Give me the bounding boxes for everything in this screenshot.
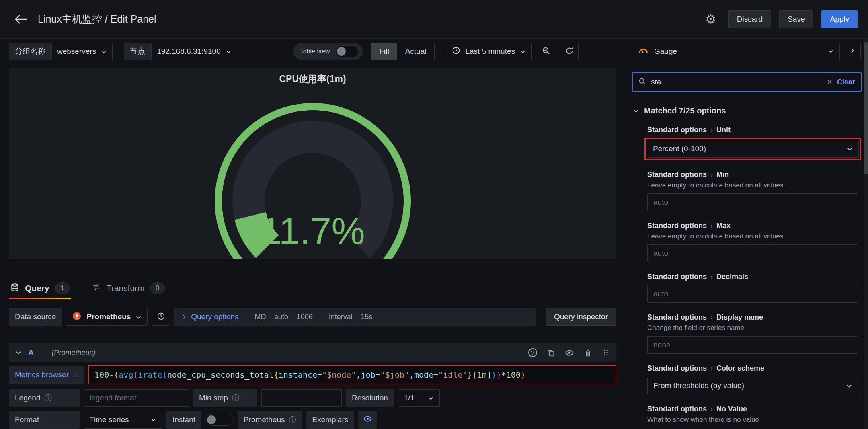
grafana-edit-panel: Linux主机监控 / Edit Panel ⚙ Discard Save Ap… (0, 0, 868, 429)
option-unit-select[interactable]: Percent (0-100) (647, 140, 859, 158)
node-variable-select[interactable]: 192.168.6.31:9100 (151, 43, 237, 60)
option-max-input[interactable]: auto (647, 244, 858, 262)
drag-handle-icon[interactable] (602, 349, 610, 357)
option-description: What to show when there is no value (647, 416, 858, 424)
chevron-down-icon (846, 383, 852, 389)
chevron-right-icon (181, 314, 187, 320)
toggle-knob (337, 47, 346, 56)
option-display-name-input[interactable]: none (647, 336, 858, 354)
info-icon: ⓘ (232, 393, 239, 403)
table-view-group: Table view (293, 43, 363, 60)
back-button[interactable] (12, 10, 30, 28)
option-color-scheme-select[interactable]: From thresholds (by value) (647, 377, 858, 394)
format-select[interactable]: Time series (84, 411, 162, 429)
search-icon (638, 78, 646, 87)
delete-query-icon[interactable] (584, 349, 592, 357)
table-view-label: Table view (300, 48, 330, 55)
duplicate-query-icon[interactable] (547, 349, 555, 357)
exemplars-toggle[interactable] (358, 411, 377, 429)
hide-query-icon[interactable] (565, 348, 574, 357)
search-value: sta (651, 78, 822, 86)
transform-count-badge: 0 (150, 282, 165, 294)
gauge-chart: 11.7% (172, 80, 453, 259)
tab-query-label: Query (25, 283, 49, 293)
panel-settings-button[interactable]: ⚙ (701, 10, 720, 28)
datasource-row: Data source Prometheus Query options MD … (9, 307, 616, 326)
gear-icon: ⚙ (705, 12, 716, 26)
min-step-label: Min stepⓘ (193, 389, 257, 407)
collapse-query-icon[interactable] (15, 349, 22, 356)
group-variable-label: 分组名称 (9, 43, 51, 60)
discard-button[interactable]: Discard (728, 10, 771, 28)
zoom-out-icon (542, 47, 550, 57)
query-expression[interactable]: 100 - (avg(irate(node_cpu_seconds_total{… (88, 365, 616, 384)
save-button[interactable]: Save (779, 10, 813, 28)
matched-options-header[interactable]: Matched 7/25 options (633, 106, 862, 115)
fill-option[interactable]: Fill (371, 43, 397, 60)
query-options-bar: Query options MD = auto = 1006 Interval … (174, 308, 536, 326)
option-breadcrumb: Standard options›No Value (647, 405, 858, 413)
clear-search-icon[interactable]: × (827, 78, 832, 86)
actual-option[interactable]: Actual (397, 43, 435, 60)
arrow-left-icon (14, 14, 27, 25)
option-control: auto (647, 285, 858, 303)
legend-label: Legendⓘ (9, 389, 80, 407)
metrics-browser-button[interactable]: Metrics browser (9, 366, 84, 384)
tab-query[interactable]: Query 1 (9, 277, 71, 299)
sidebar-scrollbar[interactable] (864, 42, 868, 174)
min-step-input[interactable] (261, 389, 342, 407)
tab-transform[interactable]: Transform 0 (90, 277, 166, 299)
option-section: Standard options›Display nameChange the … (647, 313, 858, 354)
fill-actual-group: Fill Actual (371, 43, 435, 60)
query-timer-button[interactable] (152, 308, 170, 326)
option-breadcrumb: Standard options›Max (647, 222, 858, 230)
option-breadcrumb: Standard options›Decimals (647, 273, 858, 281)
info-icon: ⓘ (44, 393, 51, 403)
option-control: none (647, 336, 858, 354)
transform-icon (92, 283, 101, 294)
refresh-button[interactable] (560, 43, 579, 60)
options-list: Standard options›UnitPercent (0-100)Stan… (647, 126, 858, 424)
query-inspector-button[interactable]: Query inspector (546, 308, 616, 326)
zoom-out-button[interactable] (537, 43, 555, 60)
apply-button[interactable]: Apply (821, 10, 858, 28)
time-range-picker[interactable]: Last 5 minutes (446, 43, 532, 60)
info-icon: ⓘ (289, 415, 296, 425)
group-variable-select[interactable]: webservers (51, 43, 113, 60)
table-view-toggle[interactable] (335, 45, 359, 57)
query-ref-id[interactable]: A (28, 348, 34, 357)
gauge-value-text: 11.7% (261, 210, 365, 252)
eye-icon (363, 414, 372, 425)
gauge-viz-icon (638, 47, 648, 56)
resolution-label: Resolution (346, 389, 394, 407)
query-ref-header: A (Prometheus) ? (9, 343, 616, 362)
prometheus-type-label: Prometheusⓘ (238, 411, 302, 429)
page-title: Linux主机监控 / Edit Panel (38, 12, 156, 26)
resolution-select[interactable]: 1/1 (398, 389, 440, 407)
variable-group: 分组名称 webservers (9, 43, 113, 60)
clear-search-button[interactable]: Clear (837, 78, 855, 86)
instant-toggle[interactable] (205, 414, 234, 426)
collapse-options-button[interactable] (844, 43, 861, 60)
option-min-input[interactable]: auto (647, 193, 858, 211)
datasource-select[interactable]: Prometheus (66, 308, 148, 326)
option-description: Leave empty to calculate based on all va… (647, 181, 858, 189)
option-breadcrumb: Standard options›Color scheme (647, 364, 858, 373)
options-search-input[interactable]: sta × Clear (632, 72, 862, 92)
editor-tabs: Query 1 Transform 0 (9, 277, 616, 299)
option-decimals-input[interactable]: auto (647, 285, 858, 303)
chevron-down-icon (101, 49, 107, 55)
datasource-label: Data source (9, 308, 62, 326)
option-section: Standard options›Color schemeFrom thresh… (647, 364, 858, 394)
visualization-row: Gauge (623, 39, 868, 64)
options-sidebar: Gauge sta × Clear Matched 7/25 options S… (623, 39, 868, 429)
visualization-select[interactable]: Gauge (632, 43, 840, 60)
metrics-row: Metrics browser 100 - (avg(irate(node_cp… (9, 365, 616, 384)
option-control: auto (647, 193, 858, 211)
legend-format-input[interactable]: legend format (84, 389, 189, 407)
chevron-right-icon (849, 47, 856, 55)
help-icon[interactable]: ? (528, 348, 537, 357)
chevron-down-icon (828, 48, 834, 54)
query-options-toggle[interactable]: Query options (181, 312, 238, 321)
prometheus-icon (72, 311, 82, 323)
